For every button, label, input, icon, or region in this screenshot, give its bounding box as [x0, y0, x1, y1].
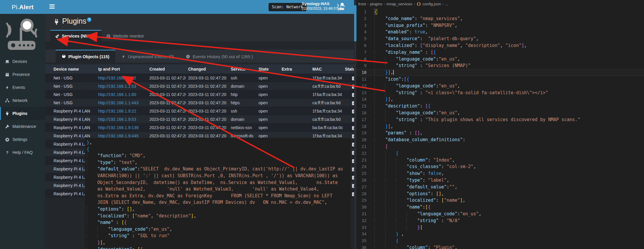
column-header-created[interactable]: Created: [147, 67, 186, 71]
status-checkbox[interactable]: ✓: [352, 151, 354, 155]
code-line[interactable]: 9 "string" : "Services (NMAP)": [356, 62, 644, 69]
code-line[interactable]: 19 "params" : [],: [356, 130, 644, 136]
line-number: 25: [356, 170, 367, 177]
code-line[interactable]: 24 "css_classes": "col-sm-2",: [356, 163, 644, 170]
code-line[interactable]: 11 "icon":[{: [356, 76, 644, 83]
status-checkbox[interactable]: ✓: [352, 77, 354, 80]
code-line[interactable]: 13 "string" : "<i class=\"fa-solid fa-sa…: [356, 89, 644, 96]
code-line[interactable]: 10 }],: [356, 69, 644, 76]
status-checkbox[interactable]: ✓: [352, 159, 354, 163]
code-line[interactable]: 31 "language_code":"en_us",: [356, 211, 644, 217]
sidebar-item-settings[interactable]: Settings: [0, 133, 45, 146]
code-line[interactable]: 20 "database_column_definitions":: [356, 136, 644, 143]
editor-code-area[interactable]: 1{2 "code_name": "nmap_services",3 "uniq…: [356, 7, 644, 249]
code-line[interactable]: 16 "language_code":"en_us",: [356, 110, 644, 116]
column-header-changed[interactable]: Changed: [186, 67, 228, 71]
code-line[interactable]: 14 }],: [356, 96, 644, 103]
breadcrumb-item[interactable]: front: [358, 2, 366, 6]
column-header-status[interactable]: Status: [343, 67, 354, 71]
sidebar-item-label: Presence: [12, 72, 30, 77]
sidebar-item-maintenance[interactable]: Maintenance: [0, 120, 45, 133]
help-badge[interactable]: ?: [87, 17, 91, 22]
status-checkbox[interactable]: ✓: [352, 85, 354, 89]
code-line[interactable]: 6 "localized": ["display_name", "descrip…: [356, 42, 644, 49]
tab-unprocessed-events-0[interactable]: Unprocessed Events (0): [115, 50, 180, 63]
code-line[interactable]: 23 "column": "Index",: [356, 157, 644, 164]
code-line[interactable]: 26 "type": "label",: [356, 177, 644, 184]
status-checkbox[interactable]: ✓: [352, 110, 354, 113]
code-line[interactable]: 4 "enabled": true,: [356, 29, 644, 35]
code-line[interactable]: 25 "show": false,: [356, 170, 644, 177]
status-checkbox[interactable]: ✓: [352, 118, 354, 122]
tab-plugin-objects-115[interactable]: Plugin Objects (115): [56, 50, 115, 63]
status-checkbox[interactable]: ✓: [352, 93, 354, 97]
code-line[interactable]: 30 "name":[{: [356, 204, 644, 211]
ip-port-link[interactable]: http://192.168.1.1:80: [98, 92, 136, 97]
app-logo[interactable]: Pi.Alert: [0, 0, 45, 14]
tab-events-history-50-out-of-1265[interactable]: Events History (50 out of 1265 ): [180, 50, 259, 63]
status-checkbox[interactable]: ✓: [352, 126, 354, 130]
sidebar-item-events[interactable]: Events: [0, 81, 45, 94]
code-line[interactable]: 15 "description": [{: [356, 103, 644, 110]
sidebar-item-presence[interactable]: Presence: [0, 68, 45, 81]
pialert-router-icon[interactable]: [337, 2, 346, 11]
code-line[interactable]: 22 {: [356, 150, 644, 157]
column-header-service[interactable]: Service: [228, 67, 256, 71]
column-header-ip-and-port[interactable]: Ip and Port: [96, 67, 147, 71]
status-checkbox[interactable]: ✓: [352, 101, 354, 105]
sidebar-item-plugins[interactable]: Plugins: [0, 107, 45, 120]
status-checkbox[interactable]: ✓: [352, 184, 354, 188]
code-line[interactable]: 21 [: [356, 143, 644, 150]
ip-port-link[interactable]: http://192.168.1.9:445: [98, 134, 138, 138]
status-checkbox[interactable]: ✓: [352, 167, 354, 171]
line-number: 15: [356, 103, 367, 110]
breadcrumb-item[interactable]: ...: [445, 2, 448, 6]
menu-toggle-icon[interactable]: [49, 4, 55, 9]
tab-website-monitor[interactable]: Website monitor: [101, 30, 149, 42]
breadcrumb[interactable]: front›plugins›nmap_services›{} config.js…: [356, 0, 644, 7]
code-line[interactable]: 18 }],: [356, 123, 644, 130]
code-line[interactable]: 17 "string" : "This plugin shows all ser…: [356, 116, 644, 123]
status-checkbox[interactable]: ✓: [352, 134, 354, 138]
code-editor[interactable]: front›plugins›nmap_services›{} config.js…: [356, 0, 644, 249]
code-line[interactable]: 27 "default_value":"",: [356, 184, 644, 191]
page-scrollbar[interactable]: [354, 0, 356, 249]
line-number: 19: [356, 130, 367, 136]
status-checkbox[interactable]: ✓: [352, 143, 354, 147]
ip-port-link[interactable]: http://192.168.1.9:139: [98, 125, 138, 130]
column-header-mac[interactable]: MAC: [308, 67, 343, 71]
status-checkbox[interactable]: ✓: [352, 192, 354, 196]
ip-port-link[interactable]: http://192.168.1.9:53: [98, 117, 136, 122]
status-checkbox[interactable]: ✓: [352, 176, 354, 180]
code-line[interactable]: 7 "display_name" : [{: [356, 49, 644, 56]
code-line[interactable]: 8 "language_code":"en_us",: [356, 56, 644, 63]
code-line[interactable]: 33 }]: [356, 224, 644, 231]
code-line[interactable]: 35 {: [356, 237, 644, 244]
tab-services-nmap[interactable]: Services (NMAP): [50, 30, 101, 42]
code-line[interactable]: 36 "column": "Plugin",: [356, 244, 644, 249]
code-line[interactable]: 28 "options": [],: [356, 191, 644, 197]
code-line[interactable]: 2 "code_name": "nmap_services",: [356, 15, 644, 22]
code-line[interactable]: 32 "string" : "N/A": [356, 217, 644, 224]
code-line[interactable]: 5 "data_source": "pialert-db-query",: [356, 35, 644, 42]
breadcrumb-item[interactable]: config.json: [422, 2, 441, 6]
code-line[interactable]: 12 "language_code":"en_us",: [356, 83, 644, 89]
sidebar-item-devices[interactable]: Devices: [0, 55, 45, 68]
code-line[interactable]: 29 "localized": ["name"],: [356, 197, 644, 204]
ip-port-link[interactable]: http://192.168.1.9:22: [98, 109, 136, 113]
scrollbar-thumb[interactable]: [354, 5, 356, 41]
column-header-state[interactable]: State: [256, 67, 279, 71]
ip-port-link[interactable]: http://192.168.1.1:22: [98, 76, 136, 80]
column-header-extra[interactable]: Extra: [279, 67, 308, 71]
breadcrumb-item[interactable]: plugins: [370, 2, 382, 6]
code-line[interactable]: 34 } ,: [356, 231, 644, 237]
code-line[interactable]: 3 "unique_prefix": "NMAPSRV",: [356, 22, 644, 29]
column-header-device-name[interactable]: Device name: [45, 67, 96, 71]
line-number: 4: [356, 29, 367, 35]
ip-port-link[interactable]: http://192.168.1.1:443: [98, 100, 138, 105]
code-line[interactable]: 1{: [356, 9, 644, 15]
sidebar-item-network[interactable]: Network: [0, 94, 45, 107]
breadcrumb-item[interactable]: nmap_services: [386, 2, 412, 6]
sidebar-item-help-faq[interactable]: ?Help / FAQ: [0, 146, 45, 159]
ip-port-link[interactable]: http://192.168.1.1:53: [98, 84, 136, 89]
